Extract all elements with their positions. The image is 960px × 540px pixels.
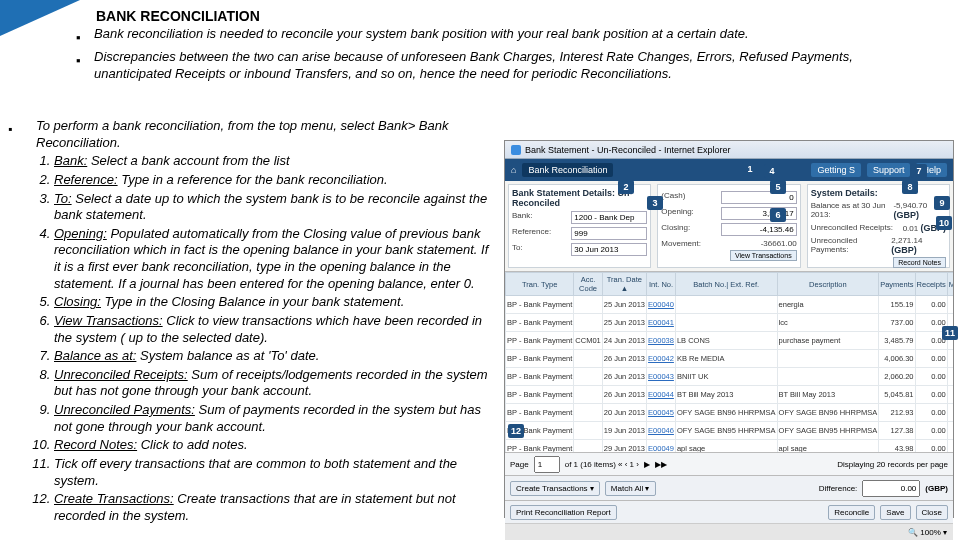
close-button[interactable]: Close <box>916 505 948 520</box>
callout-10: 10 <box>936 216 952 230</box>
intro-bullet-1: Bank reconciliation is needed to reconci… <box>94 26 749 47</box>
bank-select[interactable] <box>571 211 647 224</box>
closing-input[interactable] <box>721 223 797 236</box>
callout-5: 5 <box>770 180 786 194</box>
panel-bank-statement: Bank Statement Details: Un-Reconciled Ba… <box>508 184 651 268</box>
home-icon[interactable]: ⌂ <box>511 165 516 175</box>
print-report-button[interactable]: Print Reconciliation Report <box>510 505 617 520</box>
record-notes-button[interactable]: Record Notes <box>893 257 946 268</box>
table-row[interactable]: BP - Bank Payment26 Jun 2013E00044BT Bil… <box>506 386 954 404</box>
window-titlebar: Bank Statement - Un-Reconciled - Interne… <box>505 141 953 159</box>
intro-bullets: ▪Bank reconciliation is needed to reconc… <box>76 26 930 85</box>
transactions-grid: Tran. TypeAcc. CodeTran. Date ▲Int. No.B… <box>505 271 953 452</box>
table-row[interactable]: PP - Bank Payment29 Jun 2013E00049apl sa… <box>506 440 954 453</box>
instr-lead: To perform a bank reconciliation, from t… <box>36 118 449 150</box>
table-row[interactable]: BP - Bank Payment25 Jun 2013E00041lcc737… <box>506 314 954 332</box>
breadcrumb[interactable]: Bank Reconciliation <box>522 163 613 177</box>
callout-8: 8 <box>902 180 918 194</box>
match-all-button[interactable]: Match All ▾ <box>605 481 656 496</box>
table-row[interactable]: PP - Bank PaymentCCM0124 Jun 2013E00038L… <box>506 332 954 350</box>
reconcile-button[interactable]: Reconcile <box>828 505 875 520</box>
table-row[interactable]: BP - Bank Payment26 Jun 2013E00043BNIIT … <box>506 368 954 386</box>
getting-started-button[interactable]: Getting S <box>811 163 861 177</box>
table-row[interactable]: BP - Bank Payment20 Jun 2013E00045OFY SA… <box>506 404 954 422</box>
panel-statement-vals: (Cash) Opening: Closing: Movement:-36661… <box>657 184 800 268</box>
callout-6: 6 <box>770 208 786 222</box>
bottom-bar: Print Reconciliation Report Reconcile Sa… <box>505 500 953 523</box>
intro-bullet-2: Discrepancies between the two can arise … <box>94 49 930 83</box>
to-date-input[interactable] <box>571 243 647 256</box>
status-bar: 🔍 100% ▾ <box>505 523 953 540</box>
grid-footer: Page of 1 (16 items) « ‹ 1 › ▶▶▶ Display… <box>505 452 953 475</box>
callout-11: 11 <box>942 326 958 340</box>
instructions-block: To perform a bank reconciliation, from t… <box>36 118 492 526</box>
callout-4: 4 <box>764 164 780 178</box>
table-row[interactable]: BP - Bank Payment19 Jun 2013E00046OFY SA… <box>506 422 954 440</box>
callout-2: 2 <box>618 180 634 194</box>
create-transactions-button[interactable]: Create Transactions ▾ <box>510 481 600 496</box>
callout-12: 12 <box>508 424 524 438</box>
reference-input[interactable] <box>571 227 647 240</box>
app-screenshot: Bank Statement - Un-Reconciled - Interne… <box>504 140 954 518</box>
callout-9: 9 <box>934 196 950 210</box>
support-button[interactable]: Support <box>867 163 911 177</box>
callout-7: 7 <box>911 164 927 178</box>
table-row[interactable]: BP - Bank Payment26 Jun 2013E00042KB Re … <box>506 350 954 368</box>
callout-3: 3 <box>647 196 663 210</box>
ie-icon <box>511 145 521 155</box>
panel-system-details: System Details: Balance as at 30 Jun 201… <box>807 184 950 268</box>
save-button[interactable]: Save <box>880 505 910 520</box>
slide-title: BANK RECONCILIATION <box>96 8 260 24</box>
difference-field <box>862 480 920 497</box>
view-transactions-button[interactable]: View Transactions <box>730 250 797 261</box>
page-input[interactable] <box>534 456 560 473</box>
breadcrumb-bar: ⌂ Bank Reconciliation Getting S Support … <box>505 159 953 181</box>
table-row[interactable]: BP - Bank Payment25 Jun 2013E00040energi… <box>506 296 954 314</box>
action-bar: Create Transactions ▾ Match All ▾ Differ… <box>505 475 953 500</box>
callout-1: 1 <box>742 162 758 176</box>
